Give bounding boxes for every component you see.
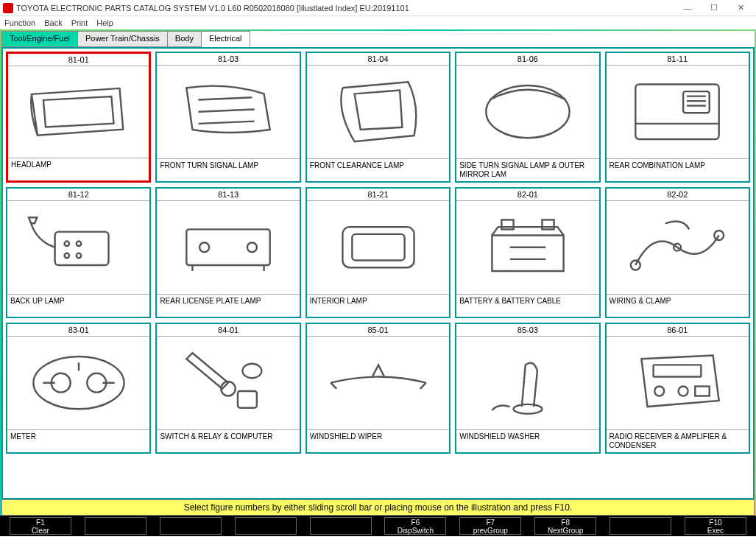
parts-grid: 81-01HEADLAMP81-03FRONT TURN SIGNAL LAMP… xyxy=(6,52,750,454)
part-card[interactable]: 86-01RADIO RECEIVER & AMPLIFIER & CONDEN… xyxy=(605,323,750,454)
part-illustration xyxy=(307,66,449,159)
fkey-empty xyxy=(235,517,297,535)
tab-power-train-chassis[interactable]: Power Train/Chassis xyxy=(77,31,167,47)
svg-point-24 xyxy=(513,404,542,414)
hint-bar: Select figure numbers by either sliding … xyxy=(1,499,755,516)
svg-rect-11 xyxy=(342,227,414,267)
menu-back[interactable]: Back xyxy=(44,18,62,27)
part-label: REAR LICENSE PLATE LAMP xyxy=(157,295,299,317)
fkey-empty xyxy=(610,517,671,535)
fkey-f8[interactable]: F8NextGroup xyxy=(534,517,596,535)
part-code: 84-01 xyxy=(157,324,299,337)
part-card[interactable]: 81-03FRONT TURN SIGNAL LAMP xyxy=(155,52,300,183)
content-area: Tool/Engine/Fuel Power Train/Chassis Bod… xyxy=(0,29,756,516)
part-label: SWITCH & RELAY & COMPUTER xyxy=(157,430,299,452)
part-illustration xyxy=(307,337,449,430)
svg-rect-25 xyxy=(654,365,702,377)
svg-rect-14 xyxy=(542,220,554,230)
part-code: 82-02 xyxy=(607,189,749,201)
maximize-button[interactable]: ☐ xyxy=(707,3,721,13)
part-label: REAR COMBINATION LAMP xyxy=(607,159,749,181)
close-button[interactable]: ✕ xyxy=(734,3,747,13)
tab-row: Tool/Engine/Fuel Power Train/Chassis Bod… xyxy=(1,31,755,47)
part-illustration xyxy=(7,337,149,430)
part-card[interactable]: 81-21INTERIOR LAMP xyxy=(305,187,451,318)
menu-function[interactable]: Function xyxy=(4,18,35,27)
fkey-empty xyxy=(160,517,222,535)
fkey-f1[interactable]: F1Clear xyxy=(10,517,71,535)
menu-print[interactable]: Print xyxy=(71,18,88,27)
part-label: FRONT CLEARANCE LAMP xyxy=(307,159,449,181)
part-label: WIRING & CLAMP xyxy=(607,295,749,317)
window-title: TOYOTA ELECTRONIC PARTS CATALOG SYSTEM V… xyxy=(16,4,681,13)
part-code: 81-01 xyxy=(8,54,149,66)
part-card[interactable]: 81-13REAR LICENSE PLATE LAMP xyxy=(155,187,300,318)
fkey-empty xyxy=(310,517,372,535)
part-illustration xyxy=(456,337,598,430)
fkey-f10[interactable]: F10Exec xyxy=(685,517,746,535)
title-bar: TOYOTA ELECTRONIC PARTS CATALOG SYSTEM V… xyxy=(0,0,756,16)
part-card[interactable]: 81-06SIDE TURN SIGNAL LAMP & OUTER MIRRO… xyxy=(455,52,600,183)
part-card[interactable]: 81-01HEADLAMP xyxy=(6,52,151,183)
part-illustration xyxy=(607,201,749,295)
menu-help[interactable]: Help xyxy=(96,18,113,27)
svg-point-23 xyxy=(243,364,262,378)
svg-point-9 xyxy=(199,243,209,253)
part-card[interactable]: 85-03WINDSHIELD WASHER xyxy=(455,323,600,454)
tab-electrical[interactable]: Electrical xyxy=(201,31,250,47)
part-illustration xyxy=(607,337,749,430)
svg-point-10 xyxy=(247,243,257,253)
fkey-f7[interactable]: F7prevGroup xyxy=(459,517,521,535)
part-code: 86-01 xyxy=(607,324,749,337)
svg-rect-28 xyxy=(696,387,710,396)
part-label: SIDE TURN SIGNAL LAMP & OUTER MIRROR LAM xyxy=(456,159,598,181)
part-card[interactable]: 82-02WIRING & CLAMP xyxy=(605,187,750,318)
tab-body[interactable]: Body xyxy=(167,31,201,47)
svg-point-27 xyxy=(679,387,688,396)
part-illustration xyxy=(607,66,749,159)
part-code: 81-21 xyxy=(307,189,449,201)
part-card[interactable]: 81-11REAR COMBINATION LAMP xyxy=(605,52,750,183)
part-code: 85-03 xyxy=(456,324,598,337)
svg-point-26 xyxy=(655,387,665,396)
svg-rect-12 xyxy=(352,234,404,261)
svg-rect-13 xyxy=(501,220,513,230)
fkey-bar: F1Clear F6DispSwitchF7prevGroupF8NextGro… xyxy=(0,516,756,536)
part-code: 81-12 xyxy=(7,189,149,201)
part-card[interactable]: 84-01SWITCH & RELAY & COMPUTER xyxy=(155,323,300,454)
svg-point-0 xyxy=(486,85,569,138)
grid-container: 81-01HEADLAMP81-03FRONT TURN SIGNAL LAMP… xyxy=(1,47,755,499)
part-code: 81-04 xyxy=(307,53,449,66)
part-card[interactable]: 82-01BATTERY & BATTERY CABLE xyxy=(455,187,600,318)
part-illustration xyxy=(456,201,598,295)
part-code: 81-03 xyxy=(157,53,299,66)
part-label: HEADLAMP xyxy=(8,158,149,180)
svg-point-5 xyxy=(76,242,80,246)
fkey-empty xyxy=(85,517,146,535)
part-illustration xyxy=(456,66,598,159)
fkey-f6[interactable]: F6DispSwitch xyxy=(384,517,446,535)
part-label: WINDSHIELD WASHER xyxy=(456,430,598,452)
part-label: INTERIOR LAMP xyxy=(307,295,449,317)
part-illustration xyxy=(8,66,149,158)
part-label: BACK UP LAMP xyxy=(7,295,149,317)
svg-point-15 xyxy=(631,261,640,270)
svg-rect-1 xyxy=(636,85,719,140)
svg-rect-22 xyxy=(238,391,257,408)
app-icon xyxy=(3,3,13,13)
part-label: FRONT TURN SIGNAL LAMP xyxy=(157,159,299,181)
svg-point-7 xyxy=(76,253,80,258)
minimize-button[interactable]: — xyxy=(681,3,694,13)
part-code: 81-06 xyxy=(456,53,598,66)
part-code: 81-13 xyxy=(157,189,299,201)
tab-tool-engine-fuel[interactable]: Tool/Engine/Fuel xyxy=(1,31,77,47)
part-card[interactable]: 85-01WINDSHIELD WIPER xyxy=(305,323,451,454)
part-card[interactable]: 83-01METER xyxy=(6,323,151,454)
part-illustration xyxy=(157,337,299,430)
part-card[interactable]: 81-12BACK UP LAMP xyxy=(6,187,151,318)
part-card[interactable]: 81-04FRONT CLEARANCE LAMP xyxy=(305,52,451,183)
part-label: RADIO RECEIVER & AMPLIFIER & CONDENSER xyxy=(607,430,749,452)
part-label: METER xyxy=(7,430,149,452)
part-illustration xyxy=(157,66,299,159)
svg-rect-2 xyxy=(683,91,710,113)
